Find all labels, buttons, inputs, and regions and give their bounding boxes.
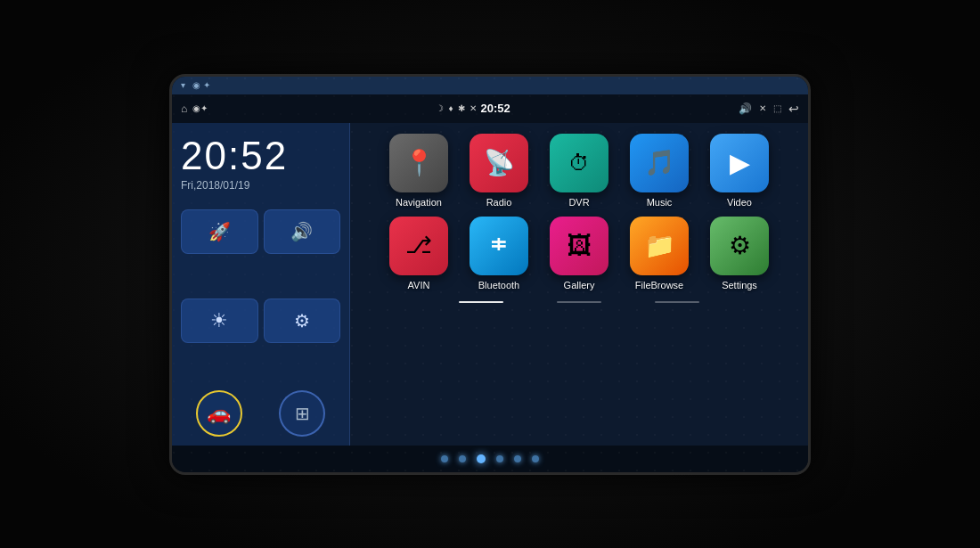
status-time: 20:52 xyxy=(481,102,510,115)
app-music[interactable]: 🎵 Music xyxy=(624,134,695,208)
location-icon: ♦ xyxy=(448,103,453,113)
indicator-dot-4 xyxy=(496,455,503,462)
bluetooth-icon: ⧧ xyxy=(487,232,510,259)
moon-icon: ☽ xyxy=(436,103,444,113)
clock-date: Fri,2018/01/19 xyxy=(181,179,340,192)
back-icon[interactable]: ↩ xyxy=(788,102,799,116)
app-gallery[interactable]: 🖼 Gallery xyxy=(543,217,615,290)
indicator-dot-6 xyxy=(532,455,539,462)
apps-button[interactable]: ⊞ xyxy=(279,390,325,437)
apps-row-2: ⎇ AVIN ⧧ Bluetooth 🖼 xyxy=(359,217,799,290)
equalizer-icon: ⚙ xyxy=(294,310,310,331)
avin-label: AVIN xyxy=(408,280,430,290)
video-play-icon: ▶ xyxy=(730,147,750,178)
status-dot-icon: ◉✦ xyxy=(192,103,208,113)
close-icon: ✕ xyxy=(759,103,766,113)
settings-icon-bg: ⚙ xyxy=(710,217,769,275)
apps-row-1: 📍 Navigation 📡 Radio ⏱ xyxy=(359,134,799,208)
controls-grid: 🚀 🔊 ☀ ⚙ xyxy=(181,209,340,383)
status-left: ⌂ ◉✦ xyxy=(181,102,208,115)
clock-time: 20:52 xyxy=(181,136,340,176)
status-center: ☽ ♦ ✱ ✕ 20:52 xyxy=(436,102,510,115)
status-right: 🔊 ✕ ⬚ ↩ xyxy=(739,102,799,116)
dvr-label: DVR xyxy=(568,197,589,208)
chevron-down-icon: ▾ xyxy=(181,80,185,90)
car-surround: ▾ ◉ ✦ ⌂ ◉✦ ☽ ♦ ✱ ✕ 20:52 🔊 ✕ xyxy=(0,0,980,548)
bottom-controls: 🚗 ⊞ xyxy=(181,390,340,437)
car-icon: 🚗 xyxy=(207,402,231,425)
notification-bar[interactable]: ▾ ◉ ✦ xyxy=(172,77,808,94)
navigation-label: Navigation xyxy=(396,197,442,208)
indicator-dot-5 xyxy=(514,455,521,462)
gear-icon: ⚙ xyxy=(729,231,751,260)
page-dot-inactive-2 xyxy=(655,301,699,303)
screen: ▾ ◉ ✦ ⌂ ◉✦ ☽ ♦ ✱ ✕ 20:52 🔊 ✕ xyxy=(172,77,808,472)
car-button[interactable]: 🚗 xyxy=(196,390,242,437)
app-video[interactable]: ▶ Video xyxy=(704,134,775,208)
page-indicator xyxy=(359,301,799,303)
avin-icon-bg: ⎇ xyxy=(389,217,448,275)
signal-icon: ✕ xyxy=(470,103,477,113)
radio-icon: 📡 xyxy=(484,148,515,177)
radio-label: Radio xyxy=(486,197,512,208)
rocket-button[interactable]: 🚀 xyxy=(181,209,258,254)
volume-icon[interactable]: 🔊 xyxy=(739,102,752,115)
filebrowse-icon-bg: 📁 xyxy=(630,217,689,275)
main-content: 20:52 Fri,2018/01/19 🚀 🔊 ☀ xyxy=(172,123,808,446)
navigation-icon: 📍 xyxy=(404,148,435,177)
filebrowse-label: FileBrowse xyxy=(635,280,683,290)
left-panel: 20:52 Fri,2018/01/19 🚀 🔊 ☀ xyxy=(172,123,350,446)
folder-icon: 📁 xyxy=(644,231,675,260)
dvr-icon-bg: ⏱ xyxy=(550,134,608,192)
grid-icon: ⊞ xyxy=(295,403,310,424)
indicator-dot-2 xyxy=(459,455,466,462)
settings-label: Settings xyxy=(722,280,757,290)
status-bar: ⌂ ◉✦ ☽ ♦ ✱ ✕ 20:52 🔊 ✕ ⬚ ↩ xyxy=(172,94,808,123)
screen-bezel: ▾ ◉ ✦ ⌂ ◉✦ ☽ ♦ ✱ ✕ 20:52 🔊 ✕ xyxy=(169,74,811,475)
page-dot-active xyxy=(459,301,503,303)
music-icon-bg: 🎵 xyxy=(630,134,689,192)
navigation-icon-bg: 📍 xyxy=(389,134,448,192)
app-navigation[interactable]: 📍 Navigation xyxy=(383,134,454,208)
dvr-icon: ⏱ xyxy=(568,151,590,176)
brightness-button[interactable]: ☀ xyxy=(181,299,258,343)
app-bluetooth[interactable]: ⧧ Bluetooth xyxy=(463,217,535,290)
radio-icon-bg: 📡 xyxy=(470,134,528,192)
video-label: Video xyxy=(727,197,752,208)
sun-icon: ☀ xyxy=(210,309,228,332)
app-radio[interactable]: 📡 Radio xyxy=(463,134,535,208)
indicator-dot-1 xyxy=(441,455,448,462)
clock-section: 20:52 Fri,2018/01/19 xyxy=(181,132,340,200)
gallery-icon-bg: 🖼 xyxy=(550,217,608,275)
right-panel: 📍 Navigation 📡 Radio ⏱ xyxy=(350,123,808,446)
music-icon: 🎵 xyxy=(644,148,675,177)
page-dot-inactive xyxy=(557,301,601,303)
equalizer-button[interactable]: ⚙ xyxy=(264,299,341,343)
bluetooth-status-icon: ✱ xyxy=(458,103,465,113)
status-notif-icons: ◉ ✦ xyxy=(192,80,210,90)
gallery-icon: 🖼 xyxy=(567,231,592,260)
bluetooth-label: Bluetooth xyxy=(478,280,519,290)
video-icon-bg: ▶ xyxy=(710,134,769,192)
avin-icon: ⎇ xyxy=(405,232,432,259)
app-filebrowse[interactable]: 📁 FileBrowse xyxy=(624,217,695,290)
volume-button[interactable]: 🔊 xyxy=(264,209,341,254)
speaker-icon: 🔊 xyxy=(290,221,313,242)
music-label: Music xyxy=(647,197,673,208)
gallery-label: Gallery xyxy=(564,280,595,290)
rocket-icon: 🚀 xyxy=(208,221,231,242)
window-icon: ⬚ xyxy=(773,103,781,113)
home-icon[interactable]: ⌂ xyxy=(181,102,187,115)
app-settings[interactable]: ⚙ Settings xyxy=(704,217,775,290)
app-avin[interactable]: ⎇ AVIN xyxy=(383,217,454,290)
indicator-dot-3 xyxy=(477,454,486,463)
bluetooth-icon-bg: ⧧ xyxy=(470,217,528,275)
app-dvr[interactable]: ⏱ DVR xyxy=(543,134,615,208)
indicator-strip xyxy=(172,446,808,472)
